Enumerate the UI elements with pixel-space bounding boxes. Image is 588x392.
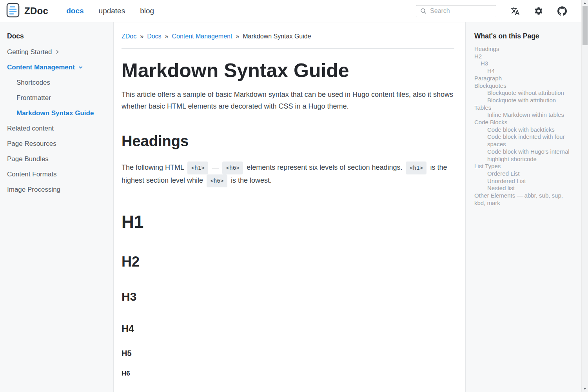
breadcrumb-separator: » — [165, 33, 169, 40]
breadcrumb-link-content-management[interactable]: Content Management — [172, 33, 232, 40]
chevron-right-icon — [55, 49, 60, 54]
sidebar-item-label: Image Processing — [7, 186, 60, 193]
sample-heading-h6: H6 — [122, 370, 454, 377]
nav-link-docs[interactable]: docs — [66, 7, 83, 15]
language-translate-icon[interactable] — [510, 6, 520, 16]
breadcrumb-link-docs[interactable]: Docs — [147, 33, 161, 40]
scrollbar-up-arrow[interactable] — [583, 2, 586, 4]
toc-item-blockquote-without-attribution[interactable]: Blockquote without attribution — [474, 89, 572, 97]
sidebar-item-content-formats[interactable]: Content Formats — [7, 171, 109, 178]
toc-item-inline-markdown-within-tables[interactable]: Inline Markdown within tables — [474, 111, 572, 119]
sidebar-item-page-bundles[interactable]: Page Bundles — [7, 155, 109, 163]
chevron-down-icon — [78, 65, 83, 70]
toc-item-other-elements-abbr-sub-sup-kbd-mark[interactable]: Other Elements — abbr, sub, sup, kbd, ma… — [474, 192, 572, 207]
toc-panel: What's on this Page HeadingsH2H3H4Paragr… — [465, 22, 581, 392]
sidebar-item-label: Related content — [7, 125, 54, 132]
sidebar-item-related-content[interactable]: Related content — [7, 125, 109, 132]
inline-code-chip: <h1> — [187, 162, 208, 174]
brand-name: ZDoc — [24, 5, 48, 16]
toc-item-code-block-with-hugo-s-internal-highlight-shortcode[interactable]: Code block with Hugo's internal highligh… — [474, 148, 572, 163]
toc-item-h2[interactable]: H2 — [474, 53, 572, 60]
sidebar-nav-list: Getting StartedContent ManagementShortco… — [7, 48, 109, 193]
search-icon — [420, 7, 427, 15]
github-icon[interactable] — [557, 6, 567, 16]
toc-item-unordered-list[interactable]: Unordered List — [474, 178, 572, 185]
inline-code-chip: <h6> — [207, 174, 227, 187]
sidebar-item-getting-started[interactable]: Getting Started — [7, 48, 109, 56]
sidebar-item-shortcodes[interactable]: Shortcodes — [7, 79, 109, 86]
sidebar-item-frontmatter[interactable]: Frontmatter — [7, 94, 109, 102]
sidebar-item-label: Frontmatter — [16, 94, 51, 102]
search-box[interactable] — [416, 5, 496, 17]
inline-code-chip: <h6> — [222, 162, 243, 174]
zdoc-logo-icon — [6, 3, 20, 19]
sidebar-item-label: Content Formats — [7, 171, 57, 178]
sidebar-title: Docs — [7, 32, 109, 40]
scrollbar-down-arrow[interactable] — [583, 388, 586, 390]
sidebar-item-label: Markdown Syntax Guide — [16, 109, 94, 117]
sidebar-item-label: Shortcodes — [16, 79, 50, 86]
breadcrumb-separator: » — [236, 33, 239, 40]
inline-code-chip: <h1> — [406, 162, 426, 174]
toc-item-list-types[interactable]: List Types — [474, 163, 572, 170]
toc-title: What's on this Page — [474, 32, 572, 40]
toc-item-ordered-list[interactable]: Ordered List — [474, 170, 572, 178]
sidebar-item-label: Getting Started — [7, 48, 52, 56]
section-heading-headings: Headings — [122, 132, 454, 151]
left-sidebar: Docs Getting StartedContent ManagementSh… — [0, 22, 114, 392]
app-window: ZDoc docsupdatesblog Docs Getting — [0, 0, 581, 392]
headings-paragraph: The following HTML <h1> — <h6> elements … — [122, 162, 454, 187]
nav-link-updates[interactable]: updates — [99, 7, 125, 15]
toc-item-headings[interactable]: Headings — [474, 45, 572, 53]
toc-item-code-blocks[interactable]: Code Blocks — [474, 119, 572, 126]
sidebar-item-label: Page Resources — [7, 140, 56, 147]
breadcrumb: ZDoc»Docs»Content Management»Markdown Sy… — [122, 33, 454, 40]
toc-item-nested-list[interactable]: Nested list — [474, 185, 572, 192]
breadcrumb-link-zdoc[interactable]: ZDoc — [122, 33, 136, 40]
sidebar-item-content-management[interactable]: Content Management — [7, 64, 109, 71]
sample-heading-h5: H5 — [122, 349, 454, 358]
breadcrumb-divider — [122, 48, 454, 49]
sidebar-item-markdown-syntax-guide[interactable]: Markdown Syntax Guide — [7, 109, 109, 117]
sidebar-item-label: Content Management — [7, 64, 75, 71]
article-intro: This article offers a sample of basic Ma… — [122, 89, 454, 112]
sidebar-item-image-processing[interactable]: Image Processing — [7, 186, 109, 193]
sample-heading-h4: H4 — [122, 323, 454, 334]
breadcrumb-separator: » — [140, 33, 143, 40]
brand-home-link[interactable]: ZDoc — [6, 3, 48, 19]
toc-item-h4[interactable]: H4 — [474, 67, 572, 75]
page-title: Markdown Syntax Guide — [122, 59, 454, 82]
top-navbar: ZDoc docsupdatesblog — [0, 0, 581, 22]
sample-heading-h3: H3 — [122, 290, 454, 303]
toc-item-code-block-indented-with-four-spaces[interactable]: Code block indented with four spaces — [474, 133, 572, 148]
navbar-right-group — [416, 5, 567, 17]
toc-item-blockquote-with-attribution[interactable]: Blockquote with attribution — [474, 97, 572, 104]
toc-item-code-block-with-backticks[interactable]: Code block with backticks — [474, 126, 572, 134]
scrollbar-thumb[interactable] — [583, 6, 588, 45]
search-input[interactable] — [430, 7, 492, 15]
toc-item-tables[interactable]: Tables — [474, 104, 572, 112]
sidebar-item-page-resources[interactable]: Page Resources — [7, 140, 109, 147]
nav-link-blog[interactable]: blog — [140, 7, 154, 15]
toc-list: HeadingsH2H3H4ParagraphBlockquotesBlockq… — [474, 45, 572, 207]
main-content: ZDoc»Docs»Content Management»Markdown Sy… — [114, 22, 465, 392]
settings-gear-icon[interactable] — [534, 6, 543, 16]
sample-heading-h2: H2 — [122, 254, 454, 270]
sample-headings: H1H2H3H4H5H6 — [122, 212, 454, 377]
sidebar-item-label: Page Bundles — [7, 155, 49, 163]
toc-item-paragraph[interactable]: Paragraph — [474, 75, 572, 82]
sample-heading-h1: H1 — [122, 212, 454, 231]
breadcrumb-current: Markdown Syntax Guide — [243, 33, 311, 40]
toc-item-h3[interactable]: H3 — [474, 60, 572, 67]
toc-item-blockquotes[interactable]: Blockquotes — [474, 82, 572, 90]
nav-links: docsupdatesblog — [66, 7, 154, 15]
page-scrollbar[interactable] — [581, 0, 588, 392]
